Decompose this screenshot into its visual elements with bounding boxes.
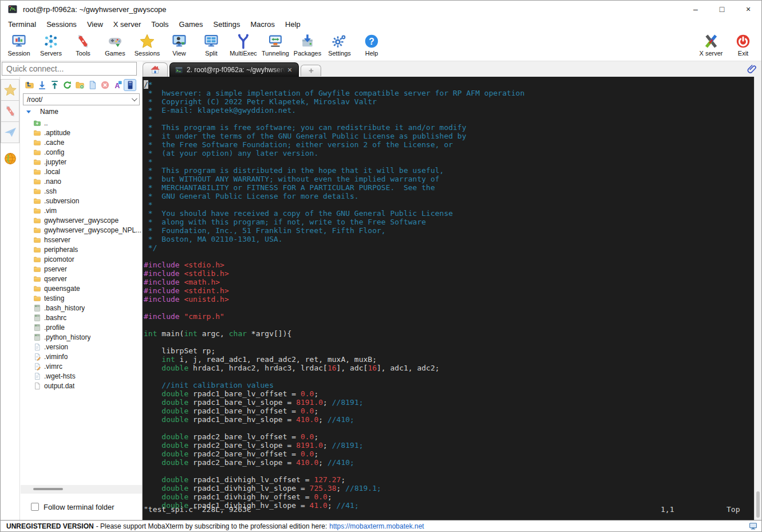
toolbar-exit-button[interactable]: Exit [727, 32, 759, 57]
file-row[interactable]: .vimrc [21, 361, 142, 371]
tab-home[interactable] [143, 62, 168, 77]
file-row[interactable]: peripherals [21, 245, 142, 254]
toolbar-session-button[interactable]: Session [3, 32, 35, 57]
toolbar-sessions-button[interactable]: Sessions [131, 32, 163, 57]
rail-tools-panel-button[interactable] [1, 100, 19, 122]
terminal[interactable]: /* * hwserver: a simple implentation of … [143, 77, 754, 520]
mobatek-link[interactable]: https://mobaxterm.mobatek.net [329, 522, 424, 530]
sftp-toolbar: A [21, 77, 142, 92]
file-row[interactable]: .ssh [21, 186, 142, 196]
file-name: qserver [44, 275, 67, 283]
menu-games[interactable]: Games [174, 19, 208, 30]
toggle-hidden-files-button[interactable] [124, 79, 136, 91]
file-row[interactable]: .version [21, 342, 142, 352]
toolbar-multiexec-button[interactable]: MultiExec [227, 32, 259, 57]
terminal-scrollbar[interactable] [754, 77, 761, 520]
minimize-button[interactable]: – [682, 1, 709, 18]
connect-row: 2. root@rp-f0962a: ~/gwyhwserver_ × [1, 61, 761, 77]
go-to-parent-button[interactable] [23, 79, 35, 91]
toolbar-split-button[interactable]: Split [195, 32, 227, 57]
tab-active-session[interactable]: 2. root@rp-f0962a: ~/gwyhwserver_ × [169, 62, 299, 77]
file-row[interactable]: queensgate [21, 283, 142, 293]
terminal-scrollbar-thumb[interactable] [756, 491, 760, 518]
file-row[interactable]: output.dat [21, 381, 142, 391]
file-row[interactable]: .viminfo [21, 352, 142, 361]
folder-icon [33, 216, 41, 224]
menu-sessions[interactable]: Sessions [41, 19, 82, 30]
file-name: queensgate [44, 285, 80, 293]
toolbar-label: Packages [294, 50, 321, 57]
file-row[interactable]: .local [21, 167, 142, 176]
file-row[interactable]: picomotor [21, 254, 142, 264]
file-row[interactable]: .subversion [21, 196, 142, 206]
folder-icon [33, 129, 41, 137]
follow-terminal-folder-row: Follow terminal folder [21, 498, 142, 515]
file-row[interactable]: pserver [21, 264, 142, 274]
toolbar-help-button[interactable]: ?Help [356, 32, 388, 57]
follow-terminal-folder-checkbox[interactable] [31, 503, 39, 511]
rename-button[interactable]: A [111, 79, 124, 91]
upload-button[interactable] [48, 79, 61, 91]
tab-close-icon[interactable]: × [287, 65, 292, 74]
rail-sessions-panel-button[interactable] [1, 79, 19, 101]
toolbar-servers-button[interactable]: Servers [35, 32, 67, 57]
file-row[interactable]: .vim [21, 206, 142, 215]
file-row[interactable]: .bashrc [21, 313, 142, 322]
file-name: picomotor [44, 255, 74, 263]
file-name: .vimrc [44, 362, 62, 371]
file-row[interactable]: .wget-hsts [21, 371, 142, 381]
menu-terminal[interactable]: Terminal [3, 19, 41, 30]
file-row[interactable]: hsserver [21, 235, 142, 245]
file-row[interactable]: gwyhwserver_gwyscope_NPL... [21, 225, 142, 235]
file-row[interactable]: testing [21, 293, 142, 303]
new-file-button[interactable] [86, 79, 98, 91]
file-row[interactable]: gwyhwserver_gwyscope [21, 215, 142, 225]
toolbar-tools-button[interactable]: Tools [67, 32, 99, 57]
menu-view[interactable]: View [82, 19, 108, 30]
menu-macros[interactable]: Macros [245, 19, 280, 30]
file-row[interactable]: .config [21, 147, 142, 157]
toolbar-x-server-button[interactable]: X server [695, 32, 727, 57]
delete-button[interactable] [98, 79, 111, 91]
close-button[interactable]: × [735, 1, 761, 18]
download-button[interactable] [35, 79, 48, 91]
file-row[interactable]: .cache [21, 137, 142, 147]
file-row[interactable]: .nano [21, 176, 142, 186]
quick-connect-input[interactable] [2, 62, 137, 76]
name-column-header[interactable]: Name [21, 107, 142, 117]
file-name: .subversion [44, 197, 79, 205]
file-row[interactable]: .bash_history [21, 303, 142, 313]
code-line: * Foundation, Inc., 51 Franklin Street, … [144, 226, 754, 235]
new-tab-button[interactable] [301, 65, 321, 76]
paperclip-icon[interactable] [747, 64, 758, 75]
rail-macros-panel-button[interactable] [1, 121, 19, 143]
toolbar-view-button[interactable]: View [163, 32, 195, 57]
file-row[interactable]: .. [21, 118, 142, 128]
maximize-button[interactable]: □ [709, 1, 735, 18]
file-name: output.dat [44, 382, 74, 390]
star-icon [3, 83, 17, 97]
file-row[interactable]: .aptitude [21, 128, 142, 137]
file-row[interactable]: .profile [21, 322, 142, 332]
menu-x-server[interactable]: X server [108, 19, 146, 30]
horizontal-scrollbar[interactable] [21, 485, 142, 494]
code-line [144, 372, 754, 381]
menu-help[interactable]: Help [280, 19, 306, 30]
scrollbar-thumb[interactable] [33, 488, 63, 490]
toolbar-games-button[interactable]: Games [99, 32, 131, 57]
new-folder-button[interactable] [73, 79, 86, 91]
svg-text:A: A [115, 82, 120, 90]
file-row[interactable]: qserver [21, 274, 142, 283]
menu-tools[interactable]: Tools [146, 19, 173, 30]
toolbar-settings-button[interactable]: Settings [323, 32, 356, 57]
menu-settings[interactable]: Settings [208, 19, 246, 30]
toolbar-packages-button[interactable]: Packages [291, 32, 323, 57]
toolbar-tunneling-button[interactable]: Tunneling [259, 32, 291, 57]
refresh-button[interactable] [61, 79, 73, 91]
rail-sftp-panel-button[interactable] [1, 148, 19, 170]
folder-icon [33, 285, 41, 293]
toolbar-label: Session [7, 50, 30, 57]
file-row[interactable]: .jupyter [21, 157, 142, 167]
file-row[interactable]: .python_history [21, 332, 142, 342]
path-dropdown[interactable]: /root/ [23, 93, 140, 105]
